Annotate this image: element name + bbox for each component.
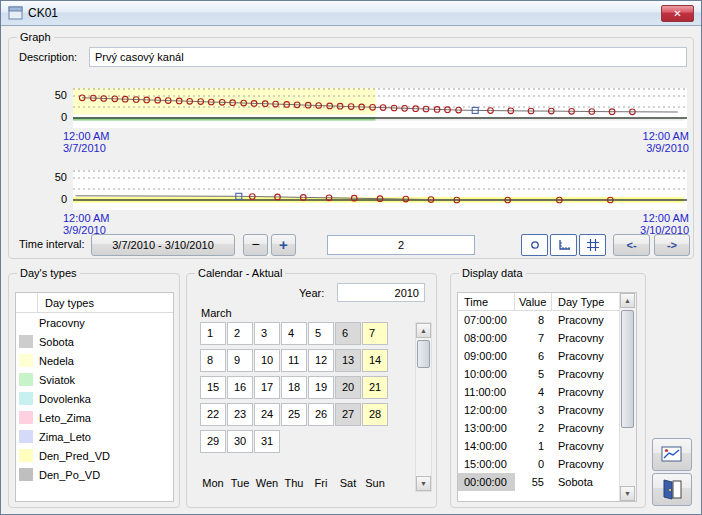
calendar-day-22[interactable]: 22 xyxy=(200,403,226,426)
calendar-grid: 1234567891011121314151617181920212223242… xyxy=(200,322,390,453)
year-field[interactable] xyxy=(337,283,425,302)
calendar-day-30[interactable]: 30 xyxy=(227,430,253,453)
day-type-color-swatch xyxy=(19,411,33,424)
calendar-day-16[interactable]: 16 xyxy=(227,376,253,399)
calendar-day-15[interactable]: 15 xyxy=(200,376,226,399)
display-data-body: 07:00:008Pracovny08:00:007Pracovny09:00:… xyxy=(458,311,636,491)
day-type-color-swatch xyxy=(19,335,33,348)
display-data-row[interactable]: 09:00:006Pracovny xyxy=(458,347,619,365)
zoom-out-button[interactable]: − xyxy=(243,234,268,256)
calendar-day-5[interactable]: 5 xyxy=(308,322,334,345)
y-axis-tick-0: 0 xyxy=(41,194,67,205)
grid-toggle-button[interactable] xyxy=(579,234,606,256)
calendar-day-20[interactable]: 20 xyxy=(335,376,361,399)
exit-button[interactable] xyxy=(652,473,692,506)
scrollbar-thumb[interactable] xyxy=(417,340,430,368)
day-type-row[interactable]: Pracovny xyxy=(16,313,173,332)
calendar-day-2[interactable]: 2 xyxy=(227,322,253,345)
day-types-header: Day types xyxy=(16,293,173,313)
calendar-day-23[interactable]: 23 xyxy=(227,403,253,426)
calendar-day-3[interactable]: 3 xyxy=(254,322,280,345)
display-data-row[interactable]: 11:00:004Pracovny xyxy=(458,383,619,401)
day-types-group-label: Day's types xyxy=(17,267,80,280)
prev-interval-button[interactable]: <- xyxy=(613,234,650,256)
day-type-row[interactable]: Sviatok xyxy=(16,370,173,389)
column-header-value: Value xyxy=(515,293,552,310)
calendar-day-9[interactable]: 9 xyxy=(227,349,253,372)
interval-button[interactable]: 3/7/2010 - 3/10/2010 xyxy=(91,234,235,256)
display-data-row[interactable]: 10:00:005Pracovny xyxy=(458,365,619,383)
calendar-day-29[interactable]: 29 xyxy=(200,430,226,453)
next-interval-button[interactable]: -> xyxy=(654,234,690,256)
month-label: March xyxy=(201,307,232,319)
chart-block-2: 50 0 12:00 AM 3/9/2010 12:00 AM 3/10/201… xyxy=(17,170,689,236)
day-type-label: Sobota xyxy=(39,336,74,348)
close-button[interactable]: ✕ xyxy=(661,5,694,22)
display-data-row[interactable]: 15:00:000Pracovny xyxy=(458,455,619,473)
day-type-row[interactable]: Den_Pred_VD xyxy=(16,446,173,465)
marker-style-button[interactable] xyxy=(521,234,548,256)
display-data-row[interactable]: 14:00:001Pracovny xyxy=(458,437,619,455)
calendar-day-19[interactable]: 19 xyxy=(308,376,334,399)
calendar-day-25[interactable]: 25 xyxy=(281,403,307,426)
day-type-color-swatch xyxy=(19,354,33,367)
calendar-day-6[interactable]: 6 xyxy=(335,322,361,345)
calendar-day-28[interactable]: 28 xyxy=(362,403,388,426)
x-axis-labels-1: 12:00 AM 3/7/2010 12:00 AM 3/9/2010 xyxy=(63,130,689,154)
calendar-day-14[interactable]: 14 xyxy=(362,349,388,372)
day-type-row[interactable]: Dovolenka xyxy=(16,389,173,408)
day-type-label: Zima_Leto xyxy=(39,431,91,443)
app-icon xyxy=(8,6,23,20)
day-type-row[interactable]: Nedela xyxy=(16,351,173,370)
calendar-day-12[interactable]: 12 xyxy=(308,349,334,372)
x-axis-left-label: 12:00 AM 3/7/2010 xyxy=(63,130,109,154)
scroll-up-button[interactable]: ▲ xyxy=(620,293,635,308)
scroll-down-button[interactable]: ▼ xyxy=(620,486,635,501)
calendar-group-label: Calendar - Aktual xyxy=(195,267,285,280)
step-field[interactable] xyxy=(327,235,475,255)
day-type-color-swatch xyxy=(19,430,33,443)
calendar-scrollbar[interactable]: ▲ ▼ xyxy=(415,322,432,492)
calendar-day-1[interactable]: 1 xyxy=(200,322,226,345)
calendar-day-18[interactable]: 18 xyxy=(281,376,307,399)
day-type-label: Leto_Zima xyxy=(39,412,91,424)
calendar-day-10[interactable]: 10 xyxy=(254,349,280,372)
day-type-row[interactable]: Sobota xyxy=(16,332,173,351)
calendar-group: Calendar - Aktual Year: March 1234567891… xyxy=(186,273,437,508)
display-data-row[interactable]: 00:00:0055Sobota xyxy=(458,473,619,491)
weekday-label: Fri xyxy=(308,477,334,489)
calendar-day-24[interactable]: 24 xyxy=(254,403,280,426)
calendar-day-8[interactable]: 8 xyxy=(200,349,226,372)
day-type-row[interactable]: Leto_Zima xyxy=(16,408,173,427)
calendar-day-27[interactable]: 27 xyxy=(335,403,361,426)
day-type-label: Den_Po_VD xyxy=(39,469,100,481)
calendar-day-13[interactable]: 13 xyxy=(335,349,361,372)
chart-plot-1[interactable] xyxy=(73,88,687,128)
dialog-window: CK01 ✕ Graph Description: 50 0 12:00 AM … xyxy=(0,0,702,515)
zoom-in-button[interactable]: + xyxy=(271,234,296,256)
scroll-up-icon: ▲ xyxy=(420,327,427,334)
title-bar[interactable]: CK01 ✕ xyxy=(1,1,701,26)
calendar-day-31[interactable]: 31 xyxy=(254,430,280,453)
calendar-day-17[interactable]: 17 xyxy=(254,376,280,399)
display-data-row[interactable]: 07:00:008Pracovny xyxy=(458,311,619,329)
axes-style-button[interactable] xyxy=(550,234,577,256)
calendar-day-7[interactable]: 7 xyxy=(362,322,388,345)
chart-plot-2[interactable] xyxy=(73,170,687,210)
calendar-day-21[interactable]: 21 xyxy=(362,376,388,399)
description-field[interactable] xyxy=(89,47,687,67)
display-data-row[interactable]: 12:00:003Pracovny xyxy=(458,401,619,419)
display-data-table: Time Value Day Type 07:00:008Pracovny08:… xyxy=(457,292,637,502)
graph-image-button[interactable] xyxy=(652,438,692,471)
calendar-day-26[interactable]: 26 xyxy=(308,403,334,426)
scroll-down-button[interactable]: ▼ xyxy=(416,476,431,491)
scroll-up-button[interactable]: ▲ xyxy=(416,323,431,338)
day-type-row[interactable]: Zima_Leto xyxy=(16,427,173,446)
table-scrollbar[interactable]: ▲ ▼ xyxy=(619,293,636,501)
calendar-day-11[interactable]: 11 xyxy=(281,349,307,372)
scrollbar-thumb[interactable] xyxy=(621,310,634,428)
calendar-day-4[interactable]: 4 xyxy=(281,322,307,345)
display-data-row[interactable]: 13:00:002Pracovny xyxy=(458,419,619,437)
display-data-row[interactable]: 08:00:007Pracovny xyxy=(458,329,619,347)
day-type-row[interactable]: Den_Po_VD xyxy=(16,465,173,484)
